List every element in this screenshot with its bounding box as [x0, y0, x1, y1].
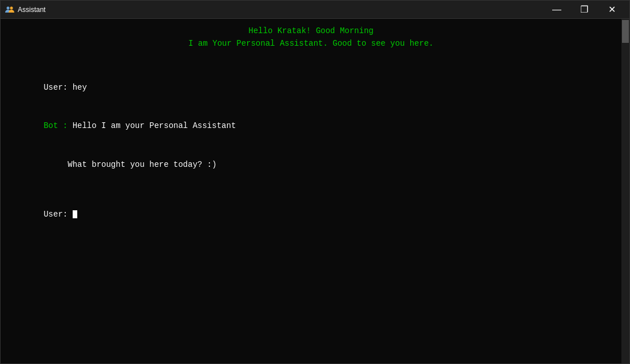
user-label-1: User: hey [43, 83, 87, 92]
user-input-area[interactable]: User: [5, 195, 617, 233]
users-icon [5, 5, 14, 14]
spacer-1 [5, 62, 617, 69]
greeting-line-1: Hello Kratak! Good Morning [5, 25, 617, 37]
bot-text-1: Hello I am your Personal Assistant [68, 121, 236, 130]
spacer-2 [5, 183, 617, 190]
close-button[interactable]: ✕ [599, 1, 625, 19]
content-area: Hello Kratak! Good Morning I am Your Per… [1, 19, 629, 363]
chat-message-bot-continuation: What brought you here today? :) [5, 145, 617, 183]
scrollbar-thumb[interactable] [622, 20, 629, 43]
chat-message-bot-1: Bot : Hello I am your Personal Assistant [5, 107, 617, 145]
svg-point-0 [7, 6, 10, 9]
bot-text-continuation: What brought you here today? :) [43, 160, 216, 169]
user-label-input: User: [43, 210, 72, 219]
scrollbar[interactable] [621, 19, 629, 363]
svg-point-1 [10, 6, 13, 9]
bot-label-1: Bot : [43, 121, 68, 130]
maximize-button[interactable]: ❐ [571, 1, 597, 19]
text-cursor [73, 210, 77, 218]
title-bar: Assistant — ❐ ✕ [1, 1, 629, 19]
window-title: Assistant [18, 6, 46, 14]
greeting-block: Hello Kratak! Good Morning I am Your Per… [5, 25, 617, 50]
minimize-button[interactable]: — [544, 1, 570, 19]
app-window: Assistant — ❐ ✕ Hello Kratak! Good Morni… [0, 0, 630, 364]
title-bar-left: Assistant [5, 5, 46, 14]
chat-message-user-1: User: hey [5, 69, 617, 107]
greeting-line-2: I am Your Personal Assistant. Good to se… [5, 37, 617, 50]
title-bar-controls: — ❐ ✕ [544, 1, 625, 19]
chat-area: Hello Kratak! Good Morning I am Your Per… [1, 19, 621, 363]
